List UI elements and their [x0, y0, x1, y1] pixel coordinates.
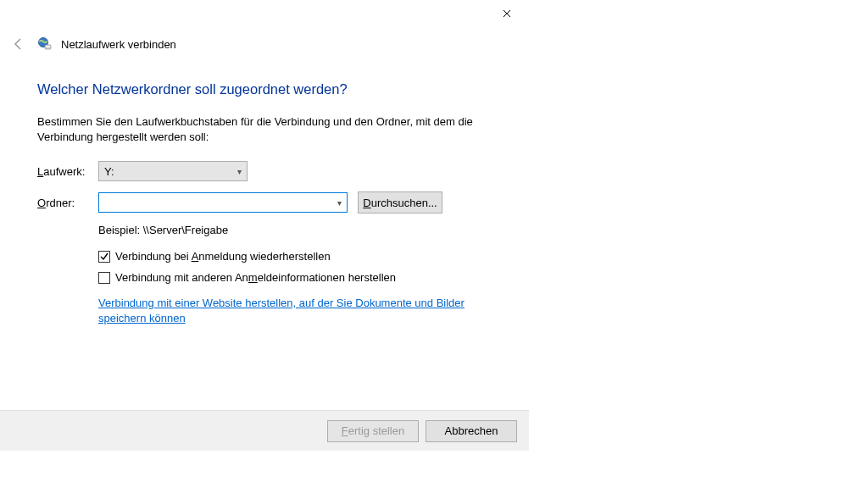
reconnect-checkbox-row: Verbindung bei Anmeldung wiederherstelle…: [98, 250, 512, 263]
other-creds-checkbox[interactable]: [98, 272, 110, 284]
check-icon: [100, 252, 108, 261]
cancel-button[interactable]: Abbrechen: [426, 420, 517, 442]
dialog-footer: Fertig stellen Abbrechen: [0, 410, 529, 451]
chevron-down-icon: ▾: [337, 198, 342, 208]
headline: Welcher Netzwerkordner soll zugeordnet w…: [37, 81, 512, 97]
back-button[interactable]: [8, 34, 29, 54]
example-text: Beispiel: \\Server\Freigabe: [98, 224, 512, 236]
other-creds-checkbox-row: Verbindung mit anderen Anmeldeinformatio…: [98, 271, 512, 284]
drive-select[interactable]: Y: ▾: [98, 161, 248, 181]
folder-label: Ordner:: [37, 197, 98, 209]
back-arrow-icon: [12, 37, 25, 51]
close-button[interactable]: [488, 2, 526, 25]
drive-row: Laufwerk: Y: ▾: [37, 161, 512, 181]
browse-button[interactable]: Durchsuchen...: [358, 191, 442, 214]
drive-label: Laufwerk:: [37, 165, 98, 178]
folder-row: Ordner: ▾ Durchsuchen...: [37, 191, 512, 214]
chevron-down-icon: ▾: [237, 167, 242, 176]
map-network-drive-dialog: Netzlaufwerk verbinden Welcher Netzwerko…: [0, 0, 529, 488]
header-row: Netzlaufwerk verbinden: [8, 34, 176, 54]
instruction-text: Bestimmen Sie den Laufwerkbuchstaben für…: [37, 114, 512, 144]
website-storage-link[interactable]: Verbindung mit einer Website herstellen,…: [98, 296, 497, 326]
folder-combo[interactable]: ▾: [98, 192, 348, 213]
dialog-title: Netzlaufwerk verbinden: [61, 38, 176, 51]
finish-button: Fertig stellen: [327, 420, 419, 442]
dialog-body: Welcher Netzwerkordner soll zugeordnet w…: [37, 81, 512, 326]
svg-rect-2: [46, 46, 50, 47]
other-creds-checkbox-label: Verbindung mit anderen Anmeldeinformatio…: [115, 271, 396, 284]
reconnect-checkbox-label: Verbindung bei Anmeldung wiederherstelle…: [115, 250, 331, 263]
network-drive-icon: [37, 36, 53, 52]
indent-block: Beispiel: \\Server\Freigabe Verbindung b…: [98, 224, 512, 326]
reconnect-checkbox[interactable]: [98, 251, 110, 263]
close-icon: [503, 9, 511, 18]
drive-select-value: Y:: [104, 165, 114, 178]
